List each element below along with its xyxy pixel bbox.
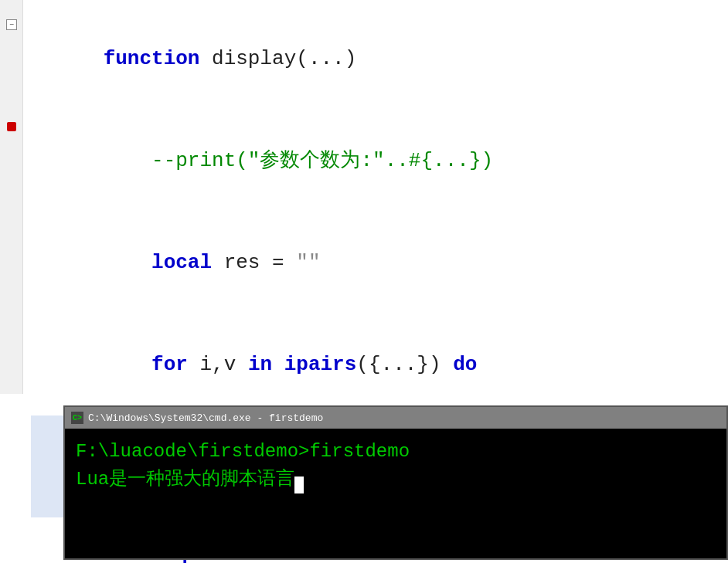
breakpoint-line4[interactable] (0, 110, 23, 144)
cmd-titlebar: C> C:\Windows\System32\cmd.exe - firstde… (65, 407, 726, 429)
code-line-4: for i,v in ipairs({...}) do (31, 314, 728, 415)
code-line-1: function display(...) (31, 8, 728, 110)
cmd-line1: F:\luacode\firstdemo>firstdemo (76, 438, 716, 466)
cmd-window: C> C:\Windows\System32\cmd.exe - firstde… (63, 405, 728, 560)
cmd-line2: Lua是一种强大的脚本语言 (76, 466, 716, 493)
code-line-3: local res = "" (31, 212, 728, 314)
cursor (294, 477, 304, 493)
cmd-window-icon: C> (71, 412, 83, 424)
cmd-title-text: C:\Windows\System32\cmd.exe - firstdemo (88, 412, 323, 424)
fold-marker-line1[interactable]: − (0, 8, 23, 42)
code-line-2: --print("参数个数为:"..#{...}) (31, 110, 728, 212)
gutter: − (0, 0, 23, 394)
cmd-body: F:\luacode\firstdemo>firstdemo Lua是一种强大的… (65, 429, 726, 503)
editor-area: − function display(...) --print("参数个数为:"… (0, 0, 728, 394)
